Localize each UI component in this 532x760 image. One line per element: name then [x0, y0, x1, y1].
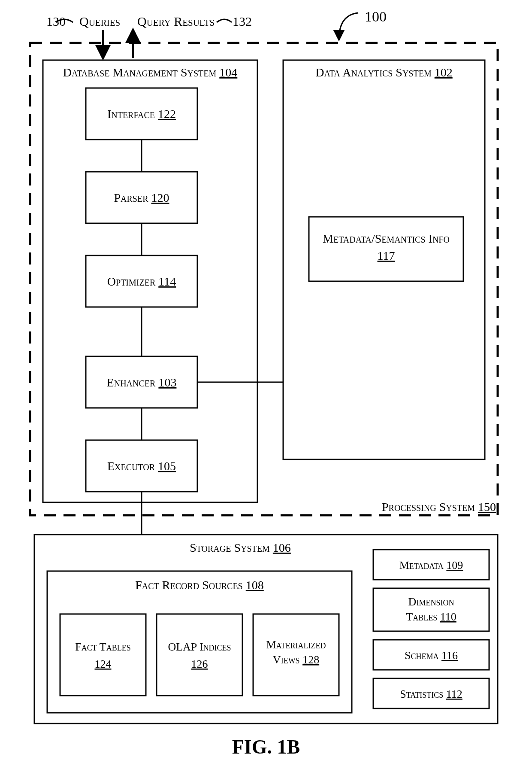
svg-text:Executor  105: Executor 105 — [107, 459, 176, 473]
svg-rect-24 — [373, 588, 489, 631]
processing-system-label: Processing System 150 — [382, 500, 496, 514]
svg-text:OLAP Indices: OLAP Indices — [168, 641, 231, 653]
materialized-views-box: Materialized Materialized ViewsViews 128 — [253, 614, 339, 696]
queries-label: Queries — [79, 14, 120, 28]
svg-text:Parser  120: Parser 120 — [114, 191, 169, 204]
processing-system-box — [30, 43, 498, 515]
dimension-tables-box: Dimension Tables 110 — [373, 588, 489, 631]
ref-100: 100 — [365, 9, 387, 24]
svg-text:Enhancer  103: Enhancer 103 — [107, 376, 177, 389]
interface-box: Interface 122 — [86, 88, 197, 140]
svg-text:Schema  116: Schema 116 — [405, 649, 458, 662]
schema-box: Schema 116 — [373, 640, 489, 670]
queries-num: 130 — [46, 14, 66, 28]
svg-text:Tables 110: Tables 110 — [406, 611, 456, 623]
svg-text:Interface  122: Interface 122 — [107, 107, 176, 121]
parser-box: Parser 120 — [86, 172, 197, 223]
storage-title: Storage System 106 — [190, 541, 291, 554]
results-label: Query Results — [137, 14, 215, 28]
svg-text:Fact Tables: Fact Tables — [75, 641, 130, 653]
svg-rect-13 — [60, 614, 146, 696]
svg-rect-16 — [157, 614, 242, 696]
svg-text:Materialized: Materialized — [266, 638, 326, 651]
svg-text:Statistics  112: Statistics 112 — [400, 688, 462, 700]
diagram-canvas: 100 Queries 130 Query Results 132 Proces… — [0, 0, 532, 760]
figure-label: FIG. 1B — [232, 736, 300, 758]
svg-text:Dimension: Dimension — [408, 596, 454, 608]
svg-text:Optimizer  114: Optimizer 114 — [107, 275, 176, 288]
metadata-box: Metadata 109 — [373, 550, 489, 580]
svg-text:117: 117 — [378, 249, 395, 262]
executor-box: Executor 105 — [86, 440, 197, 492]
analytics-title: Data Analytics System 102 — [315, 66, 452, 79]
fact-tables-box: Fact Tables 124 — [60, 614, 146, 696]
svg-text:124: 124 — [95, 658, 112, 670]
arrow-100 — [339, 13, 358, 40]
enhancer-box: Enhancer 103 — [86, 356, 197, 408]
metadata-semantics-box: Metadata/Semantics Info 117 — [309, 217, 463, 281]
results-num: 132 — [233, 14, 252, 28]
svg-text:126: 126 — [191, 658, 208, 670]
svg-text:Metadata  109: Metadata 109 — [399, 559, 463, 572]
svg-text:Materialized ViewsViews 128: Materialized ViewsViews 128 — [273, 654, 319, 666]
optimizer-box: Optimizer 114 — [86, 255, 197, 307]
svg-text:Metadata/Semantics Info: Metadata/Semantics Info — [323, 232, 450, 245]
fact-sources-title: Fact Record Sources 108 — [135, 578, 264, 592]
olap-indices-box: OLAP Indices 126 — [157, 614, 242, 696]
dbms-title: Database Management System 104 — [63, 66, 238, 79]
statistics-box: Statistics 112 — [373, 678, 489, 708]
swash-results — [217, 19, 232, 22]
